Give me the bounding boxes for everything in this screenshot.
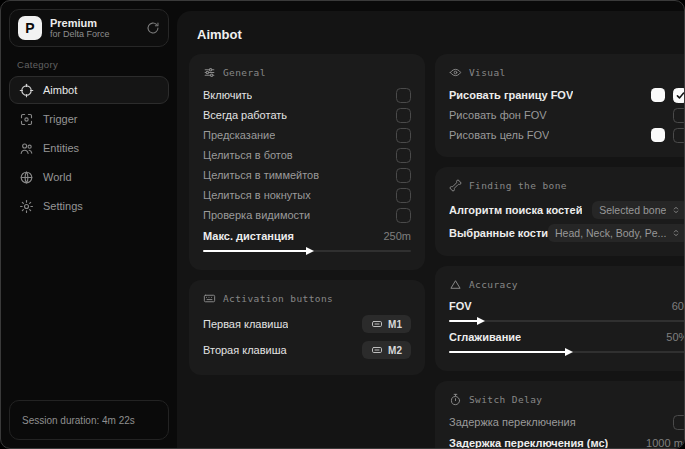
toggle-label: Включить <box>203 89 252 101</box>
toggle-row: Целиться в ботов <box>203 145 411 165</box>
bone-algorithm-select[interactable]: Selected bone <box>592 201 684 219</box>
toggle-label: Проверка видимости <box>203 209 310 221</box>
sidebar-nav: Aimbot Trigger Entities World <box>9 76 169 220</box>
color-swatch[interactable] <box>651 128 665 142</box>
slider-label: Сглаживание <box>449 331 521 343</box>
section-title: Activation buttons <box>223 293 333 304</box>
sidebar-item-settings[interactable]: Settings <box>9 192 169 220</box>
slider-label: FOV <box>449 300 472 312</box>
gear-icon <box>19 199 34 214</box>
refresh-icon[interactable] <box>146 21 160 35</box>
triangle-icon <box>449 278 462 291</box>
bone-card: Finding the bone Алгоритм поиска костей … <box>435 167 684 256</box>
session-duration: Session duration: 4m 22s <box>22 415 135 426</box>
app-logo: P <box>18 16 42 40</box>
app-window: P Premium for Delta Force Category Aimbo… <box>0 0 685 449</box>
fov-slider[interactable] <box>449 316 684 326</box>
checkbox[interactable] <box>673 108 684 123</box>
key-icon <box>371 344 383 356</box>
section-title: Finding the bone <box>469 180 567 191</box>
slider-header-row: Макс. дистанция 250m <box>203 227 411 245</box>
visual-row: Рисовать фон FOV <box>449 105 684 125</box>
checkbox[interactable] <box>396 148 411 163</box>
toggle-label: Всегда работать <box>203 109 287 121</box>
sidebar-item-label: Aimbot <box>43 84 77 96</box>
globe-icon <box>19 170 34 185</box>
brand-subtitle: for Delta Force <box>50 29 138 39</box>
slider-value: 50% <box>666 331 684 343</box>
chevrons-up-down-icon <box>671 205 681 215</box>
sidebar-item-label: Trigger <box>43 113 77 125</box>
checkbox[interactable] <box>396 168 411 183</box>
visual-card: Visual Рисовать границу FOV Рисовать фон… <box>435 54 684 157</box>
toggle-row: Целиться в тиммейтов <box>203 165 411 185</box>
sidebar-item-entities[interactable]: Entities <box>9 134 169 162</box>
smoothing-slider[interactable] <box>449 347 684 357</box>
sidebar: P Premium for Delta Force Category Aimbo… <box>1 1 177 448</box>
keybind-value: M2 <box>388 345 402 356</box>
section-title: General <box>223 67 266 78</box>
bone-row: Алгоритм поиска костей Selected bone <box>449 198 684 221</box>
visual-label: Рисовать фон FOV <box>449 109 547 121</box>
visual-label: Рисовать границу FOV <box>449 89 573 101</box>
keyboard-icon <box>203 292 216 305</box>
select-value: Head, Neck, Body, Pe... <box>555 227 666 239</box>
keybind-value: M1 <box>388 319 402 330</box>
toggle-label: Целиться в нокнутых <box>203 189 311 201</box>
max-distance-slider[interactable] <box>203 246 411 256</box>
sidebar-item-trigger[interactable]: Trigger <box>9 105 169 133</box>
switch-delay-card: Switch Delay Задержка переключения Задер… <box>435 381 684 448</box>
slider-value: 1000 ms <box>646 437 684 448</box>
main-pane: Aimbot General Включить <box>177 11 684 448</box>
slider-value: 60° <box>672 300 684 312</box>
keybind-button-m2[interactable]: M2 <box>362 341 411 359</box>
select-value: Selected bone <box>599 204 666 216</box>
checkbox[interactable] <box>396 108 411 123</box>
sidebar-item-label: World <box>43 171 72 183</box>
section-title: Switch Delay <box>469 394 542 405</box>
checkbox[interactable] <box>396 188 411 203</box>
bone-label: Алгоритм поиска костей <box>449 204 582 216</box>
brand-title: Premium <box>50 17 138 30</box>
keybind-button-m1[interactable]: M1 <box>362 315 411 333</box>
brand-text: Premium for Delta Force <box>50 17 138 40</box>
timer-icon <box>449 393 462 406</box>
slider-header-row: Задержка переключения (мс) 1000 ms <box>449 434 684 448</box>
sidebar-item-world[interactable]: World <box>9 163 169 191</box>
keybind-row: Вторая клавиша M2 <box>203 337 411 363</box>
toggle-label: Предсказание <box>203 129 275 141</box>
keybind-label: Вторая клавиша <box>203 344 287 356</box>
eye-icon <box>449 66 462 79</box>
color-swatch[interactable] <box>651 88 665 102</box>
toggle-row: Включить <box>203 85 411 105</box>
activation-card: Activation buttons Первая клавиша M1 Вто… <box>189 280 425 375</box>
bone-label: Выбранные кости <box>449 227 548 239</box>
crosshair-icon <box>19 83 34 98</box>
sidebar-item-label: Entities <box>43 142 79 154</box>
checkbox[interactable] <box>396 128 411 143</box>
session-box: Session duration: 4m 22s <box>9 400 169 440</box>
slider-value: 250m <box>383 230 411 242</box>
checkbox[interactable] <box>673 88 684 103</box>
toggle-label: Целиться в тиммейтов <box>203 169 319 181</box>
keybind-label: Первая клавиша <box>203 318 288 330</box>
brand-card: P Premium for Delta Force <box>9 9 169 47</box>
checkbox[interactable] <box>673 415 684 430</box>
slider-label: Задержка переключения (мс) <box>449 437 608 448</box>
accuracy-card: Accuracy FOV 60° Сглаживание 50% <box>435 266 684 371</box>
selected-bones-select[interactable]: Head, Neck, Body, Pe... <box>548 224 684 242</box>
sidebar-item-aimbot[interactable]: Aimbot <box>9 76 169 104</box>
slider-label: Макс. дистанция <box>203 230 294 242</box>
keybind-row: Первая клавиша M1 <box>203 311 411 337</box>
page-title: Aimbot <box>197 27 670 42</box>
chevrons-up-down-icon <box>671 228 681 238</box>
section-title: Visual <box>469 67 506 78</box>
visual-row: Рисовать границу FOV <box>449 85 684 105</box>
checkbox[interactable] <box>396 88 411 103</box>
key-icon <box>371 318 383 330</box>
toggle-label: Целиться в ботов <box>203 149 293 161</box>
trigger-target-icon <box>19 112 34 127</box>
checkbox[interactable] <box>673 128 684 143</box>
checkbox[interactable] <box>396 208 411 223</box>
toggle-row: Проверка видимости <box>203 205 411 225</box>
